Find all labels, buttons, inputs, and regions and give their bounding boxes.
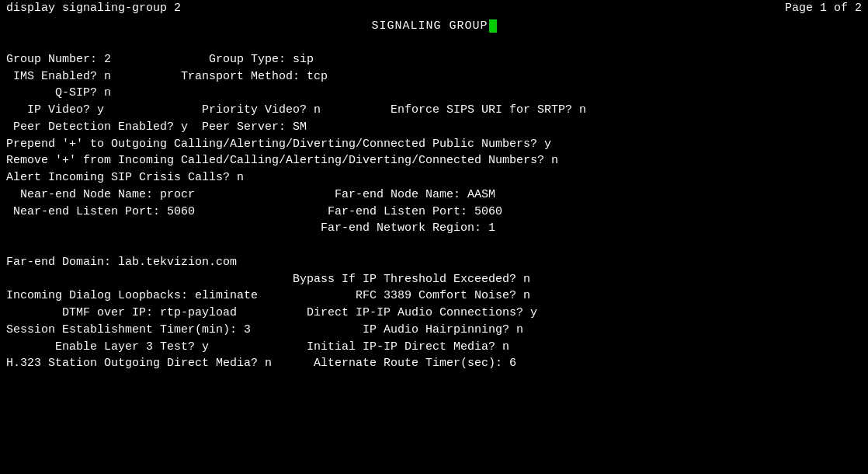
- line-14: Bypass If IP Threshold Exceeded? n: [6, 271, 862, 288]
- line-11: Far-end Network Region: 1: [6, 220, 862, 237]
- line-6: Prepend '+' to Outgoing Calling/Alerting…: [6, 136, 862, 153]
- line-10: Near-end Listen Port: 5060 Far-end Liste…: [6, 204, 862, 221]
- line-13: Far-end Domain: lab.tekvizion.com: [6, 254, 862, 271]
- line-18: Enable Layer 3 Test? y Initial IP-IP Dir…: [6, 339, 862, 356]
- title-text: SIGNALING GROUP: [371, 19, 488, 33]
- line-4: IP Video? y Priority Video? n Enforce SI…: [6, 102, 862, 119]
- line-3: Q-SIP? n: [6, 85, 862, 102]
- line-2: IMS Enabled? n Transport Method: tcp: [6, 68, 862, 85]
- line-8: Alert Incoming SIP Crisis Calls? n: [6, 169, 862, 186]
- line-5: Peer Detection Enabled? y Peer Server: S…: [6, 119, 862, 136]
- line-16: DTMF over IP: rtp-payload Direct IP-IP A…: [6, 305, 862, 322]
- line-15: Incoming Dialog Loopbacks: eliminate RFC…: [6, 288, 862, 305]
- title-line: SIGNALING GROUP: [0, 16, 868, 34]
- command-label: display signaling-group 2: [6, 2, 181, 15]
- line-0: [6, 34, 862, 51]
- cursor: [489, 19, 497, 33]
- line-7: Remove '+' from Incoming Called/Calling/…: [6, 152, 862, 169]
- line-1: Group Number: 2 Group Type: sip: [6, 51, 862, 68]
- line-17: Session Establishment Timer(min): 3 IP A…: [6, 322, 862, 339]
- page-info: Page 1 of 2: [785, 2, 862, 15]
- line-19: H.323 Station Outgoing Direct Media? n A…: [6, 355, 862, 372]
- line-12: [6, 237, 862, 254]
- line-9: Near-end Node Name: procr Far-end Node N…: [6, 186, 862, 204]
- terminal: display signaling-group 2 Page 1 of 2 SI…: [0, 0, 868, 474]
- content-area: Group Number: 2 Group Type: sip IMS Enab…: [0, 34, 868, 372]
- header-bar: display signaling-group 2 Page 1 of 2: [0, 0, 868, 16]
